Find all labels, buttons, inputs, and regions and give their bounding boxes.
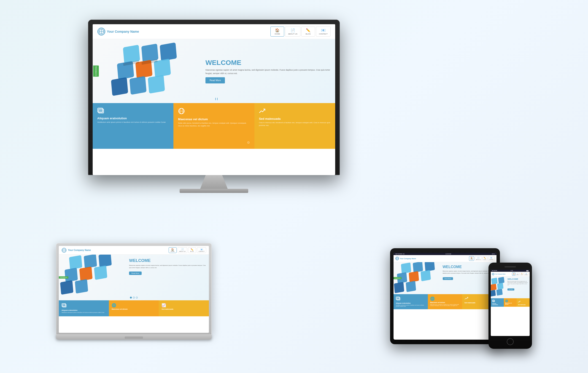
phone-home-button[interactable]	[507, 338, 514, 345]
dot-2[interactable]	[215, 98, 216, 100]
monitor-screen: Your Company Name 🏠 HOME 📄 ABOUT US	[93, 24, 335, 175]
phone-nav-about[interactable]: 📄 ABOUT	[516, 272, 520, 276]
site-nav[interactable]: 🏠 HOME 📄 ABOUT US ✏️ BLOG	[270, 27, 331, 37]
laptop-bottom	[56, 335, 212, 340]
laptop-feedback-tab[interactable]: FEEDBACK	[59, 276, 68, 279]
phone-logo-icon	[492, 273, 494, 275]
phone-website: Your Company Name 🏠 HOME 📄 ABOUT	[491, 272, 530, 307]
feedback-tab[interactable]: FEEDBACK	[93, 65, 99, 77]
phone-feature-2: 🌐 Maecenas vel dictum	[504, 298, 517, 307]
tablet-screen: NETWORK 3G 11:05 AM 51%	[394, 253, 496, 340]
laptop-hero-title: WELCOME	[129, 258, 206, 263]
tablet: NETWORK 3G 11:05 AM 51%	[390, 248, 500, 344]
laptop-nav-about[interactable]: 📄 ABOUT US	[178, 247, 187, 253]
phone-nav-blog[interactable]: ✏️ BLOG	[520, 272, 523, 276]
laptop-features: Aliquam eratvolution Vestibulum ante ips…	[59, 300, 209, 316]
tablet-nav-about[interactable]: 📄 ABOUT US	[475, 256, 482, 261]
feature-title-2: Maecenas vel dictum	[178, 118, 208, 121]
laptop-feature-title-2: Maecenas vel dictum	[112, 308, 156, 310]
tablet-home-icon: 🏠	[470, 257, 473, 259]
arrow-icon-2: ⊙	[247, 141, 250, 144]
site-header: Your Company Name 🏠 HOME 📄 ABOUT US	[93, 24, 335, 39]
laptop-contact-icon: 📧	[200, 248, 203, 251]
read-more-button[interactable]: Read More	[205, 77, 225, 83]
scene: Your Company Name 🏠 HOME 📄 ABOUT US	[42, 15, 546, 358]
contact-icon: 📧	[321, 28, 326, 32]
phone-header: Your Company Name 🏠 HOME 📄 ABOUT	[491, 272, 530, 277]
svg-rect-28	[64, 268, 78, 282]
phone-screen: NETWORK 12:32 ▓▓▓	[491, 270, 530, 336]
phone-nav-home[interactable]: 🏠 HOME	[512, 272, 515, 276]
hero-section: FEEDBACK WELCOME Maecenas egestas sapien…	[93, 39, 335, 103]
dot-3[interactable]	[217, 98, 218, 100]
svg-rect-60	[493, 300, 495, 302]
laptop-logo-icon	[62, 248, 67, 253]
tablet-hero-content: WELCOME Maecenas egestas sapien sit amet…	[440, 262, 497, 294]
tablet-blog-icon: ✏️	[484, 257, 486, 259]
tablet-hero-title: WELCOME	[443, 265, 494, 269]
tablet-feature-title-1: Aliquam eratvolution	[396, 302, 426, 304]
nav-contact[interactable]: 📧 CONTACT	[316, 27, 331, 37]
phone-company-name: Your Company Name	[495, 273, 505, 275]
tablet-about-icon: 📄	[476, 257, 481, 259]
monitor: Your Company Name 🏠 HOME 📄 ABOUT US	[88, 20, 340, 193]
laptop-dot-1[interactable]	[130, 297, 132, 299]
svg-rect-12	[129, 76, 147, 95]
tablet-logo-icon	[395, 257, 399, 260]
laptop-nav-contact[interactable]: 📧 CONTACT	[197, 247, 206, 253]
tablet-nav-blog[interactable]: ✏️ BLOG	[483, 256, 487, 261]
about-icon: 📄	[291, 28, 295, 32]
laptop-nav-home[interactable]: 🏠 HOME	[169, 247, 177, 253]
tablet-header: Your Company Name 🏠 HOME 📄 ABOUT US	[394, 255, 496, 262]
tiles-visual	[93, 39, 202, 103]
feature-card-1: Aliquam eratvolution Vestibulum ante ips…	[93, 103, 173, 149]
laptop-hero-tiles: FEEDBACK	[59, 255, 126, 300]
feature-text-3: Cras in rhoncus elit, hendrerit ut facil…	[259, 121, 331, 127]
svg-rect-55	[491, 284, 497, 291]
laptop-screen: Your Company Name 🏠 HOME 📄 ABOUT US	[59, 246, 209, 333]
nav-blog[interactable]: ✏️ BLOG	[301, 27, 315, 37]
tablet-feedback-tab[interactable]: FEEDBACK	[394, 277, 401, 279]
laptop-feature-1: Aliquam eratvolution Vestibulum ante ips…	[59, 300, 109, 316]
phone-hero-text: Maecenas egestas sapien sit amet magna l…	[507, 281, 528, 286]
hero-content: WELCOME Maecenas egestas sapien sit amet…	[202, 39, 335, 103]
tablet-website: Your Company Name 🏠 HOME 📄 ABOUT US	[394, 255, 496, 309]
svg-rect-41	[425, 262, 435, 272]
tablet-nav[interactable]: 🏠 HOME 📄 ABOUT US ✏️ BLOG	[469, 256, 495, 261]
tablet-nav-home[interactable]: 🏠 HOME	[469, 256, 474, 261]
svg-rect-27	[98, 255, 112, 267]
nav-about[interactable]: 📄 ABOUT US	[285, 27, 300, 37]
phone-battery: ▓▓▓	[526, 270, 528, 271]
phone-nav-contact[interactable]: 📧 CONTACT	[524, 272, 528, 276]
phone-status-bar: NETWORK 12:32 ▓▓▓	[491, 270, 530, 272]
laptop-feature-icon-1	[62, 303, 106, 309]
phone-feature-title-3: Sed malesuada	[518, 304, 528, 305]
tablet-nav-contact[interactable]: 📧 CONTACT	[488, 256, 495, 261]
tablet-battery: 51%	[492, 253, 495, 255]
laptop-dot-2[interactable]	[133, 297, 135, 299]
phone-feature-title-1: Aliquam eratvolution	[492, 303, 503, 305]
laptop-carousel-dots	[130, 297, 138, 299]
tablet-contact-icon: 📧	[489, 257, 494, 259]
tablet-feature-text-1: Vestibulum ante ipsum primis in faucibus…	[396, 305, 426, 307]
phone-read-more-button[interactable]: Read More	[507, 288, 514, 291]
laptop-frame: Your Company Name 🏠 HOME 📄 ABOUT US	[56, 243, 212, 335]
laptop-logo: Your Company Name	[62, 248, 91, 253]
tablet-company-name: Your Company Name	[400, 258, 416, 259]
laptop-about-icon: 📄	[181, 248, 184, 251]
monitor-website: Your Company Name 🏠 HOME 📄 ABOUT US	[93, 24, 335, 149]
laptop-dot-3[interactable]	[136, 297, 138, 299]
laptop-nav[interactable]: 🏠 HOME 📄 ABOUT US ✏️ BLOG	[169, 247, 206, 253]
feature-title-3: Sed malesuada	[259, 117, 281, 121]
phone-frame: NETWORK 12:32 ▓▓▓	[488, 262, 532, 349]
laptop-feature-icon-2: 🌐	[112, 303, 156, 307]
svg-rect-30	[94, 265, 107, 280]
laptop-read-more-button[interactable]: Read More	[129, 272, 142, 275]
phone-tiles-svg	[491, 277, 506, 298]
laptop-nav-blog[interactable]: ✏️ BLOG	[188, 247, 196, 253]
tablet-read-more-button[interactable]: Read More	[443, 277, 453, 280]
phone-nav[interactable]: 🏠 HOME 📄 ABOUT ✏️ BLOG	[512, 272, 528, 276]
laptop-tiles-svg	[59, 255, 126, 300]
nav-home[interactable]: 🏠 HOME	[270, 27, 284, 37]
phone-feature-icon-3	[518, 300, 528, 304]
